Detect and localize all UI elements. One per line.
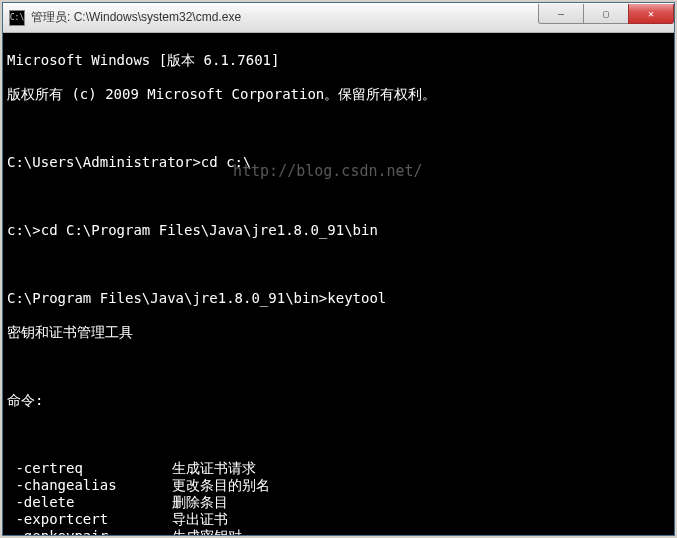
close-button[interactable]: ✕ bbox=[628, 4, 674, 24]
prompt-line: c:\>cd C:\Program Files\Java\jre1.8.0_91… bbox=[7, 222, 670, 239]
window-title: 管理员: C:\Windows\system32\cmd.exe bbox=[31, 9, 539, 26]
command-description: 生成密钥对 bbox=[172, 528, 242, 535]
command-description: 生成证书请求 bbox=[172, 460, 256, 476]
version-line: Microsoft Windows [版本 6.1.7601] bbox=[7, 52, 670, 69]
commands-label: 命令: bbox=[7, 392, 670, 409]
app-icon: C:\ bbox=[9, 10, 25, 26]
minimize-button[interactable]: — bbox=[538, 4, 584, 24]
titlebar[interactable]: C:\ 管理员: C:\Windows\system32\cmd.exe — ▢… bbox=[3, 3, 674, 33]
command-row: -delete删除条目 bbox=[7, 494, 670, 511]
command-option: -certreq bbox=[7, 460, 172, 477]
console-output[interactable]: Microsoft Windows [版本 6.1.7601] 版权所有 (c)… bbox=[3, 33, 674, 535]
command-option: -changealias bbox=[7, 477, 172, 494]
commands-list: -certreq生成证书请求 -changealias更改条目的别名 -dele… bbox=[7, 460, 670, 535]
command-row: -genkeypair生成密钥对 bbox=[7, 528, 670, 535]
command-row: -certreq生成证书请求 bbox=[7, 460, 670, 477]
command-description: 导出证书 bbox=[172, 511, 228, 527]
blank-line bbox=[7, 426, 670, 443]
command-description: 删除条目 bbox=[172, 494, 228, 510]
prompt-line: C:\Users\Administrator>cd c:\ bbox=[7, 154, 670, 171]
command-description: 更改条目的别名 bbox=[172, 477, 270, 493]
command-option: -delete bbox=[7, 494, 172, 511]
copyright-line: 版权所有 (c) 2009 Microsoft Corporation。保留所有… bbox=[7, 86, 670, 103]
cmd-window: C:\ 管理员: C:\Windows\system32\cmd.exe — ▢… bbox=[2, 2, 675, 536]
blank-line bbox=[7, 358, 670, 375]
command-option: -exportcert bbox=[7, 511, 172, 528]
blank-line bbox=[7, 120, 670, 137]
maximize-button[interactable]: ▢ bbox=[583, 4, 629, 24]
command-option: -genkeypair bbox=[7, 528, 172, 535]
command-row: -exportcert导出证书 bbox=[7, 511, 670, 528]
blank-line bbox=[7, 256, 670, 273]
blank-line bbox=[7, 188, 670, 205]
command-row: -changealias更改条目的别名 bbox=[7, 477, 670, 494]
tool-header: 密钥和证书管理工具 bbox=[7, 324, 670, 341]
window-controls: — ▢ ✕ bbox=[539, 4, 674, 24]
prompt-line: C:\Program Files\Java\jre1.8.0_91\bin>ke… bbox=[7, 290, 670, 307]
